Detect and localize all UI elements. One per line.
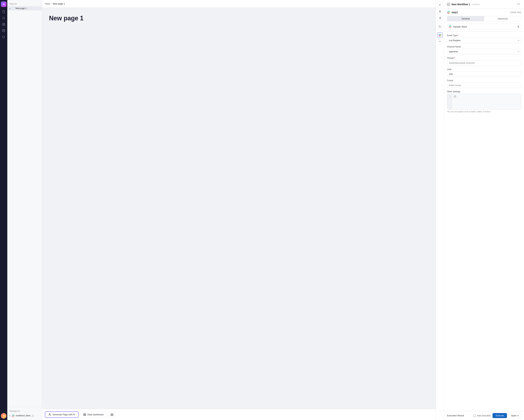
slack-toolbar-btn[interactable] (437, 32, 443, 38)
svg-rect-13 (84, 415, 85, 416)
open-btn-chevron: ∧ (517, 414, 519, 417)
main-content: Hops / New page 1 New page 1 # (42, 0, 444, 420)
share-toolbar-btn[interactable] (437, 15, 443, 21)
generate-btn-label: Generate Page with AI (52, 413, 75, 416)
page-list-panel: Page list ▶ 📄 New page 1 Subpage list ▶ … (7, 0, 42, 420)
panel-footer: Execution Result Auto Execution Execute … (444, 411, 524, 420)
app-logo[interactable]: H (1, 1, 6, 7)
workflow-edit-icon (447, 3, 450, 6)
data-dashboard-btn[interactable]: Data dashboard (80, 412, 107, 418)
camera-btn[interactable] (108, 412, 116, 418)
code-line-numbers: 1 (447, 94, 452, 110)
auto-exec-label: Auto Execution (477, 414, 491, 417)
breadcrumb-parent[interactable]: Hops (45, 2, 50, 5)
thread-input[interactable] (447, 60, 521, 66)
svg-rect-11 (84, 414, 85, 414)
connection-chevron-icon: ⇅ (517, 25, 519, 28)
execution-result-label: Execution Result (447, 414, 464, 417)
open-btn[interactable]: Open ∧ (509, 413, 521, 418)
svg-point-2 (3, 24, 4, 25)
svg-point-7 (440, 18, 441, 19)
svg-line-9 (440, 18, 440, 18)
channel-name-group: Channel Name #general #random #dev (447, 45, 521, 54)
event-type-label: Event Type * (447, 34, 521, 37)
other-settings-editor[interactable]: 1 {} (447, 94, 521, 110)
code-hint: You can set options such as latest, olde… (447, 111, 521, 113)
footer-right: Auto Execution Execute Open ∧ (473, 413, 521, 418)
top-bar: Hops / New page 1 (42, 0, 444, 8)
user-avatar[interactable]: H (1, 413, 6, 419)
channel-name-select[interactable]: #general #random #dev (447, 49, 521, 54)
left-sidebar: H H (0, 0, 7, 420)
generate-page-btn[interactable]: Generate Page with AI (45, 411, 79, 418)
bottom-bar: Generate Page with AI Data dashboard (42, 409, 444, 420)
channel-name-label: Channel Name (447, 45, 521, 48)
panel-header: New Workflow 1 workflow1 ••• (444, 0, 524, 9)
svg-line-1 (4, 19, 5, 19)
cursor-input[interactable] (447, 83, 521, 88)
svg-point-5 (440, 17, 441, 18)
subpage-item-workflow1[interactable]: ▶ workflow1 (New ...) (7, 413, 42, 418)
svg-point-6 (439, 18, 440, 18)
page-list-item-new-page-1[interactable]: ▶ 📄 New page 1 (7, 6, 42, 10)
subpage-chevron-icon: ▶ (9, 415, 11, 417)
step-title: step1 (452, 11, 458, 14)
plus-toolbar-btn[interactable]: + (437, 39, 443, 44)
step-section: step1 Delete Step General Advanced Sampl… (444, 9, 524, 32)
limit-label: Limit (447, 68, 521, 70)
event-type-group: Event Type * List Replies List Messages … (447, 34, 521, 43)
connection-selector[interactable]: Sample Slack ⇅ (447, 24, 521, 29)
workflow-id: workflow1 (472, 3, 480, 5)
limit-group: Limit (447, 68, 521, 77)
sidebar-database-icon[interactable] (1, 28, 6, 33)
svg-point-15 (112, 414, 112, 415)
thread-required: * (454, 57, 455, 60)
page-main-title: New page 1 (49, 15, 434, 22)
thread-group: Thread * (447, 57, 521, 66)
page-doc-icon: 📄 (12, 7, 14, 9)
other-settings-label: Other Settings (447, 90, 521, 93)
thread-label: Thread * (447, 57, 521, 60)
svg-point-10 (49, 414, 50, 414)
svg-rect-14 (85, 415, 86, 416)
generate-icon (48, 413, 51, 416)
auto-exec-checkbox[interactable] (473, 414, 476, 417)
open-btn-label: Open (511, 414, 516, 417)
event-type-select[interactable]: List Replies List Messages Post Message (447, 38, 521, 43)
chevron-right-icon: ▶ (9, 8, 11, 9)
auto-exec-row: Auto Execution (473, 414, 491, 417)
history-toolbar-btn[interactable] (437, 24, 443, 29)
connection-slack-icon (449, 25, 452, 28)
workflow-title-row: New Workflow 1 workflow1 (447, 3, 480, 6)
tab-row: General Advanced (447, 16, 521, 21)
bolt-toolbar-btn[interactable] (437, 9, 443, 14)
subpage-section: Subpage list ▶ workflow1 (New ...) (7, 407, 42, 418)
sidebar-settings-icon[interactable] (1, 22, 6, 27)
subpage-list-title: Subpage list (7, 409, 42, 413)
step-title-row: step1 (447, 11, 458, 14)
limit-input[interactable] (447, 71, 521, 77)
sidebar-search-icon[interactable] (1, 15, 6, 21)
sidebar-brain-icon[interactable] (1, 34, 6, 40)
svg-point-0 (3, 17, 5, 19)
execute-btn[interactable]: Execute (493, 413, 507, 418)
sidebar-bottom: H (1, 413, 6, 419)
breadcrumb-current: New page 1 (53, 2, 65, 5)
canvas-area: New page 1 (42, 8, 444, 409)
svg-rect-12 (85, 414, 86, 414)
svg-point-3 (2, 29, 5, 30)
dashboard-icon (83, 413, 86, 416)
workflow-name: New Workflow 1 (452, 3, 470, 6)
delete-step-btn[interactable]: Delete Step (510, 11, 521, 14)
camera-icon (111, 413, 113, 416)
breadcrumb-separator: / (51, 2, 52, 5)
page-list-title: Page list (7, 2, 42, 6)
step-slack-icon (447, 11, 450, 14)
cursor-label: Cursor (447, 79, 521, 82)
sidebar-document-icon[interactable] (1, 9, 6, 15)
tab-general[interactable]: General (447, 16, 484, 21)
panel-more-btn[interactable]: ••• (516, 2, 521, 6)
cursor-group: Cursor (447, 79, 521, 88)
code-content: {} (452, 94, 521, 110)
tab-advanced[interactable]: Advanced (484, 16, 521, 21)
